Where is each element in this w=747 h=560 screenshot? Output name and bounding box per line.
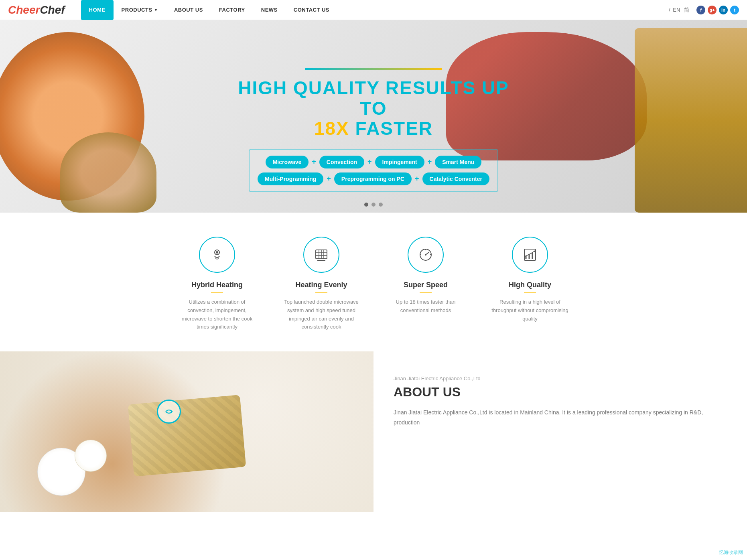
hero-dot-2[interactable] [371, 203, 376, 207]
hero-title: HIGH QUALITY RESULTS UP TO 18x FASTER [233, 78, 514, 139]
about-text-panel: Jinan Jiatai Electric Appliance Co.,Ltd … [374, 351, 747, 512]
feature-smart-menu: Smart Menu [435, 156, 481, 168]
feature-preprogramming: Preprogramming on PC [334, 172, 412, 185]
hero-features-row2: Multi-Programming + Preprogramming on PC… [258, 172, 489, 185]
svg-point-1 [216, 251, 218, 254]
hero-features-row1: Microwave + Convection + Impingement + S… [258, 156, 489, 168]
googleplus-icon[interactable]: g+ [708, 6, 717, 14]
hybrid-heating-icon [199, 237, 235, 273]
logo-chef: Chef [40, 4, 65, 16]
lang-switcher: / EN 简 [669, 6, 690, 14]
header: CheerChef HOME PRODUCTS ▼ ABOUT US FACTO… [0, 0, 747, 20]
features-section: Hybrid Heating Utilizes a combination of… [0, 213, 747, 351]
high-quality-icon [512, 237, 548, 273]
social-icons: f g+ in t [696, 6, 739, 14]
about-image [0, 351, 374, 512]
nav-home[interactable]: HOME [81, 0, 114, 20]
main-nav: HOME PRODUCTS ▼ ABOUT US FACTORY NEWS CO… [81, 0, 663, 20]
logo[interactable]: CheerChef [8, 4, 65, 16]
heating-evenly-title: Heating Evenly [295, 281, 347, 289]
hero-carousel-dots [364, 203, 383, 207]
about-subtitle: Jinan Jiatai Electric Appliance Co.,Ltd [394, 375, 727, 381]
food-bread [128, 395, 246, 477]
nav-news[interactable]: NEWS [253, 0, 286, 20]
about-title: ABOUT US [394, 385, 727, 400]
lang-separator: / [669, 7, 670, 13]
hero-section: HIGH QUALITY RESULTS UP TO 18x FASTER Mi… [0, 20, 747, 213]
feature-impingement: Impingement [375, 156, 424, 168]
hybrid-heating-title: Hybrid Heating [191, 281, 243, 289]
lang-en[interactable]: EN [673, 7, 680, 13]
food-bowl-2 [75, 440, 107, 472]
hero-decorative-line [305, 68, 442, 70]
nav-factory[interactable]: FACTORY [211, 0, 253, 20]
high-quality-divider [524, 292, 536, 293]
facebook-icon[interactable]: f [696, 6, 705, 14]
about-section: Jinan Jiatai Electric Appliance Co.,Ltd … [0, 351, 747, 512]
heating-evenly-divider [315, 292, 327, 293]
hero-burger-image [60, 132, 156, 213]
high-quality-desc: Resulting in a high level of throughput … [490, 298, 570, 323]
feature-catalytic: Catalytic Conventer [422, 172, 489, 185]
logo-cheer: Cheer [8, 4, 40, 16]
hybrid-heating-divider [211, 292, 223, 293]
hero-dot-1[interactable] [364, 203, 368, 207]
feature-microwave: Microwave [266, 156, 309, 168]
nav-products[interactable]: PRODUCTS ▼ [114, 0, 166, 20]
linkedin-icon[interactable]: in [719, 6, 728, 14]
super-speed-title: Super Speed [404, 281, 448, 289]
feature-card-hybrid: Hybrid Heating Utilizes a combination of… [177, 237, 257, 331]
super-speed-icon [408, 237, 444, 273]
nav-about[interactable]: ABOUT US [166, 0, 211, 20]
feature-multi-programming: Multi-Programming [258, 172, 323, 185]
nav-contact[interactable]: CONTACT US [286, 0, 337, 20]
twitter-icon[interactable]: t [730, 6, 739, 14]
lang-cn[interactable]: 简 [684, 7, 689, 13]
heating-evenly-desc: Top launched double microwave system and… [281, 298, 361, 331]
high-quality-title: High Quality [509, 281, 551, 289]
super-speed-desc: Up to 18 times faster than conventional … [386, 298, 466, 315]
hybrid-heating-desc: Utilizes a combination of convection, im… [177, 298, 257, 331]
feature-card-quality: High Quality Resulting in a high level o… [490, 237, 570, 331]
super-speed-divider [420, 292, 432, 293]
about-arrow-icon [157, 400, 181, 424]
feature-convection: Convection [319, 156, 364, 168]
hero-highlight: 18x [314, 118, 349, 139]
feature-card-speed: Super Speed Up to 18 times faster than c… [386, 237, 466, 331]
hero-content: HIGH QUALITY RESULTS UP TO 18x FASTER Mi… [233, 68, 514, 192]
heating-evenly-icon [303, 237, 339, 273]
hero-dot-3[interactable] [379, 203, 383, 207]
about-description: Jinan Jiatai Electric Appliance Co.,Ltd … [394, 408, 727, 428]
svg-line-14 [426, 252, 429, 255]
hero-bread-image [635, 28, 747, 213]
feature-card-evenly: Heating Evenly Top launched double micro… [281, 237, 361, 331]
